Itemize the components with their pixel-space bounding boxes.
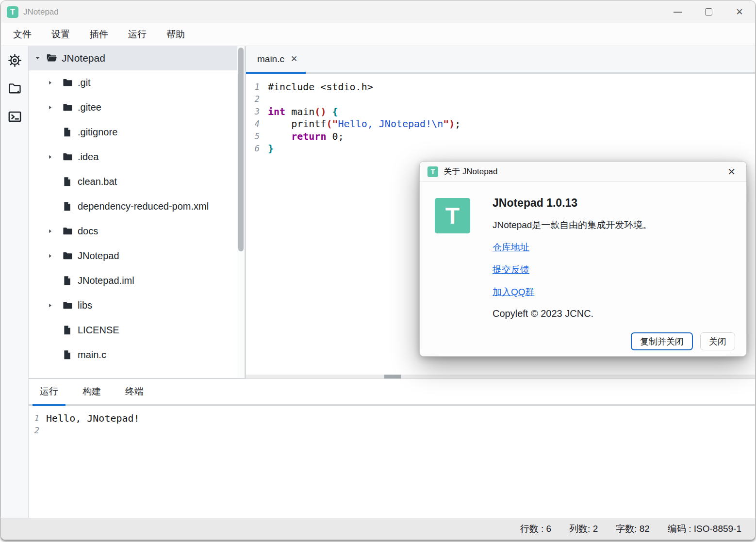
editor-hscrollbar-thumb[interactable] (384, 375, 401, 378)
window-title: JNotepad (23, 7, 59, 17)
chevron-right-icon[interactable] (47, 253, 53, 259)
tree-item-label: JNotepad.iml (78, 275, 134, 286)
folder-explorer-icon[interactable] (7, 81, 22, 96)
chevron-right-icon[interactable] (47, 302, 53, 309)
line-number: 3 (246, 106, 260, 118)
dialog-close-icon[interactable]: ✕ (724, 165, 739, 179)
folder-icon (62, 226, 73, 237)
tree-item-label: libs (78, 300, 92, 311)
file-icon (62, 127, 72, 137)
status-column: 列数: 2 (569, 523, 598, 535)
minimize-button[interactable] (662, 1, 693, 23)
active-tab-indicator (33, 404, 66, 406)
tree-row[interactable]: JNotepad.iml (29, 268, 245, 293)
chevron-right-icon[interactable] (47, 104, 53, 111)
folder-icon (62, 300, 73, 311)
line-number: 6 (246, 143, 260, 155)
file-icon (62, 201, 72, 212)
link-repository[interactable]: 仓库地址 (493, 241, 735, 254)
tree-row[interactable]: clean.bat (29, 169, 245, 194)
line-number: 5 (246, 131, 260, 143)
tree-row[interactable]: libs (29, 293, 245, 318)
output-line: 2 (29, 425, 755, 437)
folder-icon (62, 77, 73, 88)
bottom-panel: 运行 构建 终端 1 Hello, JNotepad! 2 (29, 378, 755, 521)
tab-run[interactable]: 运行 (33, 379, 66, 404)
dialog-logo-icon: T (427, 166, 438, 177)
link-feedback[interactable]: 提交反馈 (493, 263, 735, 276)
tree-item-label: .idea (78, 151, 99, 163)
tree-row[interactable]: .git (29, 70, 245, 95)
terminal-icon[interactable] (7, 109, 22, 124)
activity-bar (1, 46, 29, 378)
menu-bar: 文件 设置 插件 运行 帮助 (1, 23, 755, 46)
chevron-right-icon[interactable] (47, 228, 53, 234)
tree-item-label: clean.bat (78, 176, 117, 187)
app-name-version: JNotepad 1.0.13 (493, 197, 735, 210)
bottom-tabstrip: 运行 构建 终端 (29, 379, 755, 404)
line-number: 4 (246, 118, 260, 130)
status-bar: 行数 : 6 列数: 2 字数: 82 编码 : ISO-8859-1 (1, 518, 755, 540)
editor-hscrollbar[interactable] (246, 375, 755, 378)
tree-row-root[interactable]: JNotepad (29, 46, 245, 70)
tree-row[interactable]: docs (29, 219, 245, 244)
folder-icon (62, 250, 73, 262)
close-icon: ✕ (736, 7, 743, 16)
tree-item-label: main.c (78, 349, 106, 361)
code-line: 5 return 0; (246, 131, 755, 143)
tree-item-label: .gitignore (78, 127, 117, 138)
output-line: 1 Hello, JNotepad! (29, 412, 755, 425)
app-window: T JNotepad ✕ 文件 设置 插件 运行 帮助 (0, 0, 756, 540)
tab-close-icon[interactable]: ✕ (291, 54, 297, 64)
menu-file[interactable]: 文件 (13, 28, 32, 41)
file-icon (62, 325, 72, 335)
folder-icon (62, 151, 73, 163)
link-qq-group[interactable]: 加入QQ群 (493, 286, 735, 298)
file-icon (62, 350, 72, 360)
run-output[interactable]: 1 Hello, JNotepad! 2 (29, 406, 755, 437)
settings-gear-icon[interactable] (7, 52, 22, 68)
file-icon (62, 276, 72, 286)
tree-item-label: .git (78, 77, 91, 88)
tree-scrollbar-thumb[interactable] (238, 48, 244, 251)
app-logo-large: T (435, 198, 470, 233)
code-line: 6 } (246, 143, 755, 155)
menu-plugins[interactable]: 插件 (90, 28, 108, 41)
tab-label: main.c (257, 54, 284, 65)
copy-and-close-button[interactable]: 复制并关闭 (631, 332, 693, 350)
activity-bar-extension (1, 378, 29, 521)
triangle-down-icon[interactable] (34, 54, 41, 62)
menu-settings[interactable]: 设置 (51, 28, 70, 41)
line-number: 1 (29, 412, 39, 425)
dialog-titlebar: T 关于 JNotepad ✕ (420, 162, 746, 182)
tree-row[interactable]: .idea (29, 145, 245, 169)
tree-row[interactable]: .gitignore (29, 120, 245, 145)
tree-row[interactable]: dependency-reduced-pom.xml (29, 194, 245, 219)
chevron-right-icon[interactable] (47, 80, 53, 86)
folder-icon (62, 102, 73, 113)
maximize-icon (705, 8, 712, 16)
menu-run[interactable]: 运行 (128, 28, 147, 41)
tab-terminal[interactable]: 终端 (118, 379, 151, 404)
tab-build[interactable]: 构建 (75, 379, 108, 404)
dialog-body: T JNotepad 1.0.13 JNotepad是一款自由的集成开发环境。 … (420, 182, 746, 357)
status-line-count: 行数 : 6 (520, 523, 551, 535)
code-line: 4 printf("Hello, JNotepad!\n"); (246, 118, 755, 130)
code-line: 3 int main() { (246, 106, 755, 118)
tree-row[interactable]: .gitee (29, 95, 245, 120)
tree-scrollbar[interactable] (237, 46, 245, 378)
close-button[interactable]: ✕ (724, 1, 755, 23)
maximize-button[interactable] (693, 1, 724, 23)
tree-row[interactable]: JNotepad (29, 244, 245, 268)
tree-row[interactable]: LICENSE (29, 318, 245, 343)
code-line: 1 #include <stdio.h> (246, 81, 755, 93)
code-line: 2 (246, 93, 755, 105)
chevron-right-icon[interactable] (47, 154, 53, 160)
close-dialog-button[interactable]: 关闭 (700, 332, 735, 350)
tab-main-c[interactable]: main.c ✕ (246, 46, 306, 72)
tree-row[interactable]: main.c (29, 343, 245, 367)
app-logo-icon: T (7, 6, 18, 18)
status-char-count: 字数: 82 (616, 523, 650, 535)
dialog-title: 关于 JNotepad (444, 166, 498, 177)
menu-help[interactable]: 帮助 (166, 28, 185, 41)
